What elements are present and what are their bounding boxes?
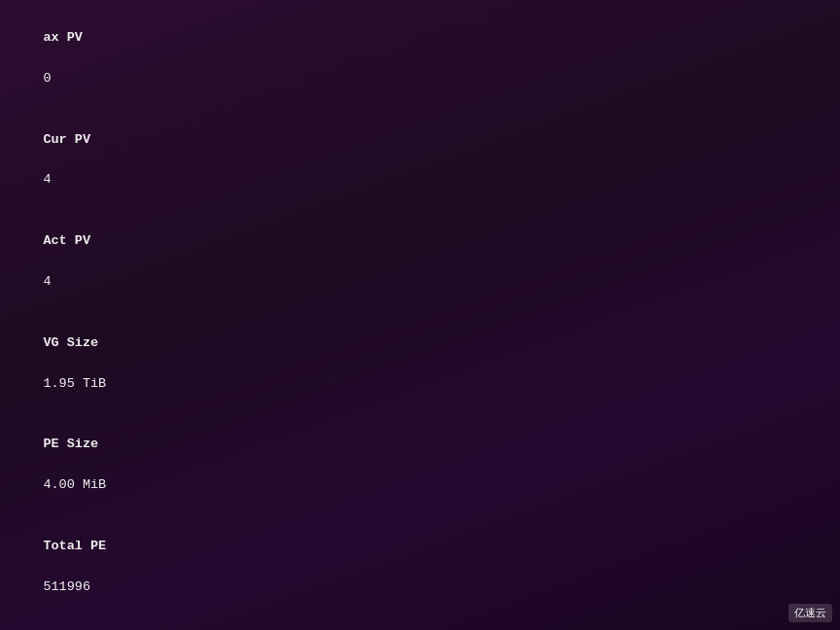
value-ax-pv: 0	[43, 71, 51, 86]
label-vg-size: VG Size	[43, 335, 98, 350]
value-act-pv: 4	[43, 274, 51, 289]
line-vg-size: VG Size 1.95 TiB	[12, 313, 828, 415]
value-vg-size: 1.95 TiB	[43, 376, 106, 391]
spacer	[43, 254, 192, 268]
line-act-pv: Act PV 4	[12, 211, 828, 313]
spacer	[43, 356, 185, 370]
line-alloc-pe: Alloc PE / Size 511996 / 1.95 TiB	[12, 618, 828, 630]
terminal-window: ax PV 0 Cur PV 4 Act PV 4 VG Size 1.95 T…	[0, 0, 840, 630]
label-act-pv: Act PV	[43, 233, 90, 248]
value-total-pe: 511996	[43, 579, 90, 594]
watermark: 亿速云	[788, 604, 832, 622]
value-cur-pv: 4	[43, 172, 51, 187]
spacer	[43, 457, 185, 472]
line-ax-pv: ax PV 0	[12, 8, 828, 110]
line-cur-pv: Cur PV 4	[12, 110, 828, 212]
label-pe-size: PE Size	[43, 437, 98, 451]
value-pe-size: 4.00 MiB	[43, 477, 106, 492]
line-pe-size: PE Size 4.00 MiB	[12, 414, 828, 516]
label-total-pe: Total PE	[43, 539, 106, 553]
spacer	[43, 559, 177, 574]
spacer	[43, 152, 192, 166]
label-cur-pv: Cur PV	[43, 132, 90, 147]
line-total-pe: Total PE 511996	[12, 516, 828, 618]
label-ax-pv: ax PV	[43, 30, 83, 45]
spacer	[43, 51, 208, 65]
